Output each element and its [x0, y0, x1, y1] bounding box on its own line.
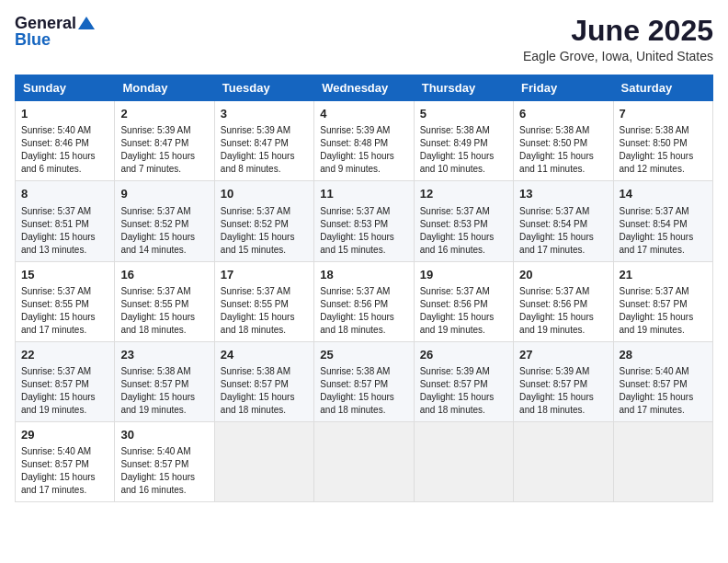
logo: General Blue — [15, 15, 95, 48]
header-friday: Friday — [514, 75, 613, 101]
calendar-cell: 4Sunrise: 5:39 AMSunset: 8:48 PMDaylight… — [314, 101, 414, 181]
sunset-text: Sunset: 8:57 PM — [519, 379, 587, 389]
daylight-text: Daylight: 15 hours and 15 minutes. — [320, 232, 394, 255]
daylight-text: Daylight: 15 hours and 16 minutes. — [420, 232, 495, 255]
daylight-text: Daylight: 15 hours and 14 minutes. — [120, 232, 195, 255]
day-number: 16 — [120, 267, 208, 283]
sunset-text: Sunset: 8:57 PM — [620, 299, 688, 309]
sunrise-text: Sunrise: 5:40 AM — [620, 366, 689, 376]
header-saturday: Saturday — [613, 75, 712, 101]
calendar-cell: 7Sunrise: 5:38 AMSunset: 8:50 PMDaylight… — [613, 101, 712, 181]
sunrise-text: Sunrise: 5:37 AM — [420, 286, 490, 296]
sunset-text: Sunset: 8:56 PM — [320, 299, 388, 309]
calendar-cell: 9Sunrise: 5:37 AMSunset: 8:52 PMDaylight… — [115, 181, 214, 261]
daylight-text: Daylight: 15 hours and 18 minutes. — [221, 312, 295, 335]
logo-general-text: General — [15, 15, 76, 31]
calendar-cell: 26Sunrise: 5:39 AMSunset: 8:57 PMDayligh… — [414, 341, 513, 421]
calendar-cell: 6Sunrise: 5:38 AMSunset: 8:50 PMDaylight… — [514, 101, 613, 181]
sunset-text: Sunset: 8:48 PM — [320, 138, 388, 148]
sunrise-text: Sunrise: 5:38 AM — [320, 366, 390, 376]
calendar-cell — [314, 421, 414, 501]
sunset-text: Sunset: 8:53 PM — [320, 219, 388, 229]
daylight-text: Daylight: 15 hours and 19 minutes. — [120, 392, 195, 415]
sunset-text: Sunset: 8:47 PM — [221, 138, 289, 148]
calendar-cell: 14Sunrise: 5:37 AMSunset: 8:54 PMDayligh… — [613, 181, 712, 261]
sunrise-text: Sunrise: 5:39 AM — [320, 125, 390, 135]
calendar-cell: 8Sunrise: 5:37 AMSunset: 8:51 PMDaylight… — [16, 181, 115, 261]
daylight-text: Daylight: 15 hours and 6 minutes. — [21, 151, 96, 174]
sunrise-text: Sunrise: 5:37 AM — [519, 206, 589, 216]
sunset-text: Sunset: 8:55 PM — [120, 299, 188, 309]
sunset-text: Sunset: 8:57 PM — [320, 379, 388, 389]
calendar-cell — [514, 421, 613, 501]
sunset-text: Sunset: 8:47 PM — [120, 138, 188, 148]
day-number: 3 — [221, 106, 308, 122]
calendar-cell: 24Sunrise: 5:38 AMSunset: 8:57 PMDayligh… — [214, 341, 313, 421]
calendar-cell: 27Sunrise: 5:39 AMSunset: 8:57 PMDayligh… — [514, 341, 613, 421]
sunrise-text: Sunrise: 5:38 AM — [519, 125, 589, 135]
daylight-text: Daylight: 15 hours and 18 minutes. — [221, 392, 295, 415]
day-number: 14 — [620, 186, 707, 202]
sunset-text: Sunset: 8:52 PM — [221, 219, 289, 229]
day-number: 28 — [620, 347, 707, 363]
sunrise-text: Sunrise: 5:37 AM — [120, 286, 190, 296]
daylight-text: Daylight: 15 hours and 8 minutes. — [221, 151, 295, 174]
day-number: 27 — [519, 347, 607, 363]
day-number: 25 — [320, 347, 407, 363]
calendar-cell: 21Sunrise: 5:37 AMSunset: 8:57 PMDayligh… — [613, 261, 712, 341]
calendar-cell: 28Sunrise: 5:40 AMSunset: 8:57 PMDayligh… — [613, 341, 712, 421]
sunset-text: Sunset: 8:57 PM — [120, 459, 188, 469]
sunset-text: Sunset: 8:57 PM — [221, 379, 289, 389]
calendar-cell: 2Sunrise: 5:39 AMSunset: 8:47 PMDaylight… — [115, 101, 214, 181]
calendar-week-row: 29Sunrise: 5:40 AMSunset: 8:57 PMDayligh… — [16, 421, 713, 501]
svg-marker-0 — [78, 17, 95, 29]
calendar-cell: 5Sunrise: 5:38 AMSunset: 8:49 PMDaylight… — [414, 101, 513, 181]
daylight-text: Daylight: 15 hours and 7 minutes. — [120, 151, 195, 174]
calendar-cell: 3Sunrise: 5:39 AMSunset: 8:47 PMDaylight… — [214, 101, 313, 181]
sunset-text: Sunset: 8:57 PM — [420, 379, 488, 389]
calendar-week-row: 22Sunrise: 5:37 AMSunset: 8:57 PMDayligh… — [16, 341, 713, 421]
calendar-cell: 29Sunrise: 5:40 AMSunset: 8:57 PMDayligh… — [16, 421, 115, 501]
daylight-text: Daylight: 15 hours and 17 minutes. — [21, 312, 96, 335]
day-number: 29 — [21, 427, 108, 443]
sunrise-text: Sunrise: 5:38 AM — [420, 125, 490, 135]
daylight-text: Daylight: 15 hours and 11 minutes. — [519, 151, 594, 174]
day-number: 23 — [120, 347, 208, 363]
calendar-cell: 19Sunrise: 5:37 AMSunset: 8:56 PMDayligh… — [414, 261, 513, 341]
calendar-cell: 30Sunrise: 5:40 AMSunset: 8:57 PMDayligh… — [115, 421, 214, 501]
day-number: 19 — [420, 267, 507, 283]
sunrise-text: Sunrise: 5:37 AM — [420, 206, 490, 216]
day-number: 1 — [21, 106, 108, 122]
day-number: 2 — [120, 106, 208, 122]
day-number: 13 — [519, 186, 607, 202]
sunrise-text: Sunrise: 5:40 AM — [21, 446, 91, 456]
day-number: 15 — [21, 267, 108, 283]
calendar-cell: 23Sunrise: 5:38 AMSunset: 8:57 PMDayligh… — [115, 341, 214, 421]
sunrise-text: Sunrise: 5:37 AM — [120, 206, 190, 216]
calendar-cell — [214, 421, 313, 501]
location-title: Eagle Grove, Iowa, United States — [523, 49, 713, 63]
calendar-cell: 22Sunrise: 5:37 AMSunset: 8:57 PMDayligh… — [16, 341, 115, 421]
calendar-cell — [613, 421, 712, 501]
daylight-text: Daylight: 15 hours and 18 minutes. — [320, 392, 394, 415]
day-number: 7 — [620, 106, 707, 122]
calendar-cell: 15Sunrise: 5:37 AMSunset: 8:55 PMDayligh… — [16, 261, 115, 341]
sunset-text: Sunset: 8:54 PM — [620, 219, 688, 229]
calendar-cell: 25Sunrise: 5:38 AMSunset: 8:57 PMDayligh… — [314, 341, 414, 421]
sunset-text: Sunset: 8:57 PM — [120, 379, 188, 389]
daylight-text: Daylight: 15 hours and 10 minutes. — [420, 151, 495, 174]
sunset-text: Sunset: 8:51 PM — [21, 219, 89, 229]
header-tuesday: Tuesday — [214, 75, 313, 101]
sunrise-text: Sunrise: 5:37 AM — [320, 286, 390, 296]
logo-blue-text: Blue — [15, 31, 51, 48]
sunrise-text: Sunrise: 5:37 AM — [620, 206, 689, 216]
sunrise-text: Sunrise: 5:37 AM — [320, 206, 390, 216]
calendar-cell — [414, 421, 513, 501]
daylight-text: Daylight: 15 hours and 18 minutes. — [320, 312, 394, 335]
calendar-cell: 12Sunrise: 5:37 AMSunset: 8:53 PMDayligh… — [414, 181, 513, 261]
sunset-text: Sunset: 8:54 PM — [519, 219, 587, 229]
calendar-cell: 10Sunrise: 5:37 AMSunset: 8:52 PMDayligh… — [214, 181, 313, 261]
header-monday: Monday — [115, 75, 214, 101]
daylight-text: Daylight: 15 hours and 18 minutes. — [519, 392, 594, 415]
sunset-text: Sunset: 8:57 PM — [21, 379, 89, 389]
